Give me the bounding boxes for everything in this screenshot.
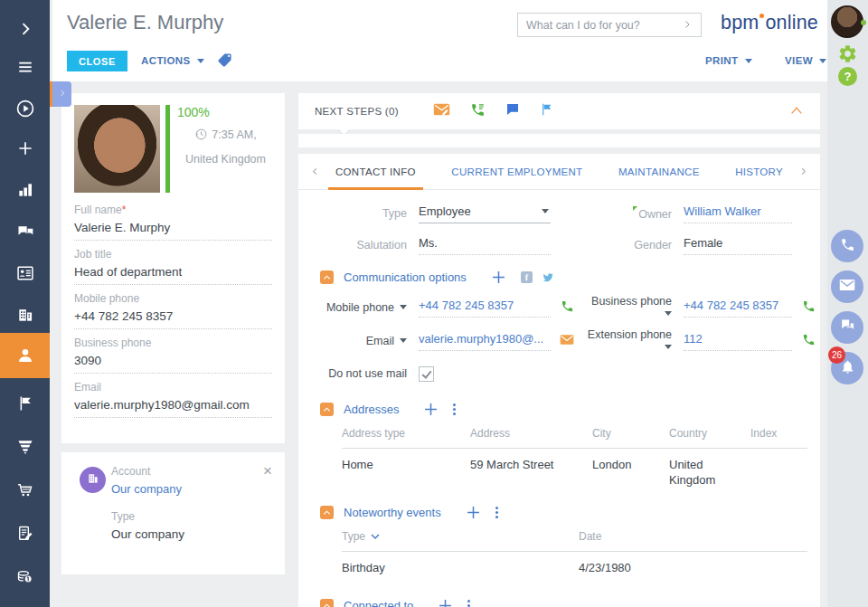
- field-job-title[interactable]: Job title Head of department: [74, 248, 272, 285]
- field-mobile-phone[interactable]: Mobile phone +44 782 245 8357: [74, 292, 272, 329]
- field-business-phone[interactable]: Business phone 3090: [74, 337, 272, 374]
- email-comm-value[interactable]: valerie.murphy1980@...: [419, 332, 551, 351]
- sidebar-item-activities[interactable]: [0, 384, 50, 423]
- extension-phone-label[interactable]: Extension phone: [581, 328, 672, 354]
- sidebar-item-leads[interactable]: [0, 427, 50, 467]
- funnel-icon: [15, 438, 35, 456]
- help-button[interactable]: ?: [838, 67, 857, 86]
- collapse-section-button[interactable]: [320, 270, 334, 284]
- collapse-section-button[interactable]: [320, 403, 334, 416]
- envelope-icon[interactable]: [560, 333, 574, 349]
- sidebar-item-contact-profile-active[interactable]: [0, 333, 50, 378]
- more-actions-icon[interactable]: [467, 600, 470, 602]
- twitter-icon[interactable]: [541, 271, 555, 284]
- sidebar-item-dashboards[interactable]: [0, 170, 50, 210]
- events-table-header: Type Date: [342, 530, 807, 552]
- account-card: Account Our company × Type Our company: [61, 452, 285, 574]
- do-not-use-mail-checkbox[interactable]: [419, 366, 434, 382]
- compose-email-button[interactable]: [433, 102, 450, 120]
- search-input[interactable]: [526, 19, 682, 32]
- collapse-section-button[interactable]: [320, 599, 334, 607]
- main-sidebar: [0, 0, 50, 607]
- settings-button[interactable]: [837, 43, 858, 68]
- right-rail: ? 26: [827, 0, 868, 607]
- feed-panel-button[interactable]: [831, 311, 863, 344]
- gender-field[interactable]: Female: [684, 236, 792, 255]
- events-table: Type Date Birthday 4/23/1980: [342, 530, 807, 575]
- sidebar-item-processes[interactable]: [0, 89, 50, 128]
- section-title: Addresses: [344, 403, 399, 416]
- call-button[interactable]: [470, 102, 486, 121]
- field-email[interactable]: Email valerie.murphy1980@gmail.com: [74, 381, 272, 418]
- panel-collapse-handle[interactable]: [52, 81, 71, 107]
- actions-dropdown[interactable]: ACTIONS: [141, 55, 204, 66]
- events-sort-column[interactable]: Type: [342, 530, 579, 551]
- contact-photo[interactable]: [74, 105, 160, 193]
- close-button[interactable]: CLOSE: [67, 51, 127, 71]
- plus-icon: [16, 139, 34, 157]
- facebook-icon[interactable]: f: [521, 271, 533, 283]
- tab-contact-info[interactable]: CONTACT INFO: [335, 154, 416, 190]
- tab-current-employment[interactable]: CURRENT EMPLOYMENT: [451, 154, 582, 190]
- tab-maintainance[interactable]: MAINTAINANCE: [618, 154, 700, 190]
- plus-icon: [439, 599, 452, 607]
- sidebar-item-contacts[interactable]: [0, 253, 50, 293]
- table-row[interactable]: Birthday 4/23/1980: [342, 552, 807, 575]
- tab-history[interactable]: HISTORY: [735, 154, 783, 190]
- table-row[interactable]: Home 59 March Street London United Kingd…: [342, 449, 807, 488]
- close-icon[interactable]: ×: [263, 463, 272, 479]
- mobile-phone-value[interactable]: +44 782 245 8357: [419, 299, 551, 318]
- tabs-scroll-right[interactable]: [798, 166, 808, 177]
- business-phone-label[interactable]: Business phone: [581, 295, 672, 320]
- call-icon[interactable]: [802, 299, 816, 317]
- salutation-field[interactable]: Ms.: [419, 236, 551, 255]
- email-panel-button[interactable]: [831, 270, 863, 303]
- chevron-right-icon: [16, 20, 34, 38]
- tabs-scroll-left[interactable]: [310, 166, 320, 177]
- mobile-phone-label[interactable]: Mobile phone: [311, 301, 407, 314]
- add-address-button[interactable]: [424, 403, 438, 416]
- more-actions-icon[interactable]: [453, 403, 456, 406]
- chevron-up-icon: [323, 406, 331, 413]
- type-select[interactable]: Employee: [419, 204, 551, 223]
- call-icon[interactable]: [802, 333, 816, 350]
- collapse-next-steps-button[interactable]: [789, 103, 804, 119]
- collapse-section-button[interactable]: [320, 506, 334, 519]
- sidebar-item-contracts[interactable]: [0, 514, 50, 554]
- chat-button[interactable]: [505, 102, 520, 120]
- required-mark: *: [122, 204, 127, 216]
- owner-link[interactable]: William Walker: [684, 204, 792, 223]
- tag-button[interactable]: [217, 52, 232, 71]
- view-dropdown[interactable]: VIEW: [785, 55, 826, 66]
- plus-icon: [492, 270, 505, 284]
- sidebar-item-menu[interactable]: [0, 47, 50, 87]
- business-phone-value[interactable]: +44 782 245 8357: [684, 299, 792, 318]
- field-full-name[interactable]: Full name* Valerie E. Murphy: [74, 204, 272, 241]
- sidebar-item-add[interactable]: [0, 128, 50, 168]
- task-button[interactable]: [540, 102, 553, 120]
- sidebar-expand-button[interactable]: [0, 9, 50, 49]
- logo-apostrophe: [760, 14, 764, 18]
- add-event-button[interactable]: [467, 506, 480, 519]
- extension-phone-value[interactable]: 112: [684, 332, 792, 351]
- phone-panel-button[interactable]: [831, 230, 863, 262]
- sidebar-item-invoices[interactable]: [0, 557, 50, 597]
- sidebar-item-feed[interactable]: [0, 212, 50, 251]
- sidebar-item-accounts[interactable]: [0, 295, 50, 335]
- online-status-dot: [861, 20, 866, 25]
- print-dropdown[interactable]: PRINT: [705, 55, 752, 66]
- sidebar-item-orders[interactable]: [0, 470, 50, 510]
- actions-label: ACTIONS: [141, 55, 191, 66]
- user-avatar[interactable]: [831, 5, 863, 38]
- add-communication-button[interactable]: [492, 270, 505, 284]
- more-actions-icon[interactable]: [495, 507, 498, 509]
- search-go-button[interactable]: [682, 17, 693, 33]
- account-link[interactable]: Our company: [111, 482, 182, 496]
- print-label: PRINT: [705, 55, 739, 66]
- call-icon[interactable]: [561, 299, 574, 317]
- add-connection-button[interactable]: [439, 599, 452, 607]
- photo-side: 100% 7:35 AM, United Kingdom: [170, 105, 272, 193]
- buildings-icon: [16, 306, 34, 324]
- email-comm-label[interactable]: Email: [311, 335, 407, 347]
- email-compose-icon: [433, 102, 450, 120]
